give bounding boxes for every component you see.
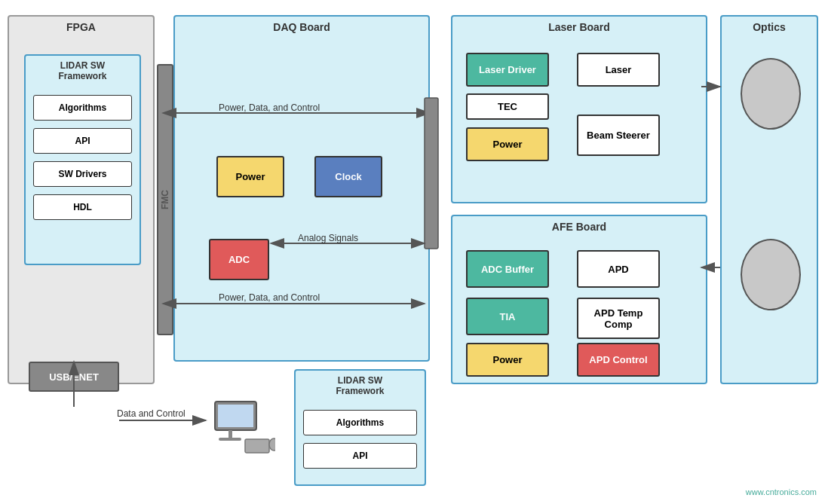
laser-block: Laser <box>577 53 660 87</box>
optics-area: Optics <box>720 15 818 384</box>
diagram: FPGA LIDAR SWFramework Algorithms API SW… <box>0 0 828 504</box>
lidar-fw-label: LIDAR SWFramework <box>58 60 106 82</box>
svg-point-5 <box>269 438 275 451</box>
svg-rect-1 <box>218 405 253 427</box>
apd-control-block: APD Control <box>577 343 660 377</box>
lidar-fw-box2: LIDAR SWFramework Algorithms API <box>294 369 426 486</box>
svg-rect-2 <box>228 430 232 438</box>
arrow-label-data-control: Data and Control <box>117 408 186 419</box>
svg-rect-3 <box>219 438 241 441</box>
sw-drivers-block: SW Drivers <box>33 161 132 187</box>
apd-temp-comp-block: APD TempComp <box>577 298 660 339</box>
arrow-label-power-data-top: Power, Data, and Control <box>219 102 320 113</box>
algorithms2-block: Algorithms <box>303 410 417 435</box>
laser-label: Laser Board <box>548 21 610 33</box>
adc-buffer-block: ADC Buffer <box>466 250 549 288</box>
optics-label: Optics <box>753 21 786 33</box>
power-block: Power <box>216 156 284 197</box>
lidar-fw2-label: LIDAR SWFramework <box>336 375 384 397</box>
usb-enet-block: USB/ENET <box>29 362 119 392</box>
tia-block: TIA <box>466 298 549 335</box>
api-block: API <box>33 128 132 154</box>
lidar-fw-box: LIDAR SWFramework Algorithms API SW Driv… <box>24 54 141 265</box>
daq-board: DAQ Board Power Clock ADC <box>173 15 430 362</box>
beam-steerer-block: Beam Steerer <box>577 115 660 156</box>
computer-icon <box>207 398 275 454</box>
fmc-connector: FMC <box>157 64 173 335</box>
laser-board: Laser Board Laser Driver TEC Power Laser… <box>451 15 707 203</box>
watermark: www.cntronics.com <box>746 487 817 496</box>
afe-label: AFE Board <box>552 221 606 233</box>
fmc-label: FMC <box>160 190 170 209</box>
algorithms-block: Algorithms <box>33 95 132 121</box>
laser-driver-block: Laser Driver <box>466 53 549 87</box>
api2-block: API <box>303 443 417 469</box>
optics-top-lens <box>741 58 801 130</box>
clock-block: Clock <box>314 156 382 197</box>
optics-bottom-lens <box>741 239 801 310</box>
afe-board: AFE Board ADC Buffer APD TIA APD TempCom… <box>451 215 707 384</box>
tec-block: TEC <box>466 93 549 120</box>
fpga-board: FPGA LIDAR SWFramework Algorithms API SW… <box>8 15 155 384</box>
usb-enet-label: USB/ENET <box>49 371 99 383</box>
fpga-label: FPGA <box>66 21 96 33</box>
hdl-block: HDL <box>33 194 132 220</box>
power-laser-block: Power <box>466 127 549 161</box>
adc-block: ADC <box>209 239 269 280</box>
power-afe-block: Power <box>466 343 549 377</box>
arrow-label-analog-signals: Analog Signals <box>298 233 358 243</box>
arrow-label-power-data-bottom: Power, Data, and Control <box>219 292 320 303</box>
svg-rect-4 <box>245 439 269 453</box>
apd-block: APD <box>577 250 660 288</box>
daq-label: DAQ Board <box>273 21 330 33</box>
